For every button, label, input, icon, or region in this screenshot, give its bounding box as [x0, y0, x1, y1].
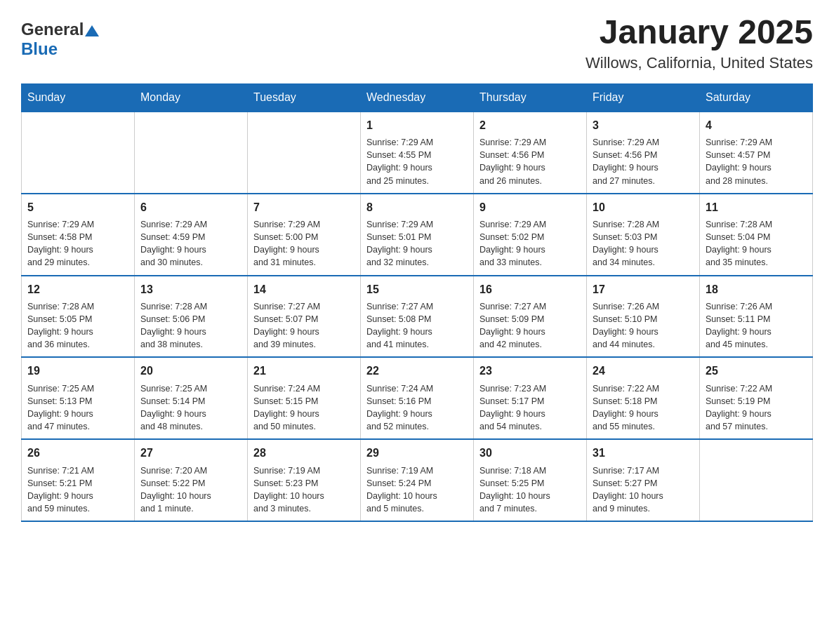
day-info: Sunrise: 7:20 AM Sunset: 5:22 PM Dayligh… [140, 464, 241, 516]
day-number: 3 [593, 118, 694, 133]
day-number: 25 [706, 363, 807, 379]
day-number: 7 [253, 200, 355, 215]
calendar-week-5: 26Sunrise: 7:21 AM Sunset: 5:21 PM Dayli… [22, 439, 813, 521]
calendar-cell: 1Sunrise: 7:29 AM Sunset: 4:55 PM Daylig… [361, 112, 474, 194]
calendar-week-4: 19Sunrise: 7:25 AM Sunset: 5:13 PM Dayli… [22, 357, 813, 439]
calendar-cell: 2Sunrise: 7:29 AM Sunset: 4:56 PM Daylig… [474, 112, 587, 194]
day-info: Sunrise: 7:29 AM Sunset: 5:01 PM Dayligh… [366, 218, 468, 269]
day-info: Sunrise: 7:29 AM Sunset: 5:00 PM Dayligh… [253, 218, 355, 269]
day-number: 11 [706, 200, 807, 215]
calendar-cell: 24Sunrise: 7:22 AM Sunset: 5:18 PM Dayli… [587, 357, 700, 439]
calendar-week-2: 5Sunrise: 7:29 AM Sunset: 4:58 PM Daylig… [22, 194, 813, 276]
calendar-week-1: 1Sunrise: 7:29 AM Sunset: 4:55 PM Daylig… [22, 112, 813, 194]
calendar-cell: 13Sunrise: 7:28 AM Sunset: 5:06 PM Dayli… [135, 276, 248, 358]
calendar-cell: 30Sunrise: 7:18 AM Sunset: 5:25 PM Dayli… [474, 439, 587, 521]
day-info: Sunrise: 7:23 AM Sunset: 5:17 PM Dayligh… [479, 382, 581, 434]
calendar-cell: 14Sunrise: 7:27 AM Sunset: 5:07 PM Dayli… [248, 276, 361, 358]
calendar-cell: 19Sunrise: 7:25 AM Sunset: 5:13 PM Dayli… [22, 357, 135, 439]
calendar-cell: 25Sunrise: 7:22 AM Sunset: 5:19 PM Dayli… [700, 357, 813, 439]
day-info: Sunrise: 7:27 AM Sunset: 5:08 PM Dayligh… [366, 300, 468, 351]
calendar-header-thursday: Thursday [474, 83, 587, 112]
day-info: Sunrise: 7:25 AM Sunset: 5:14 PM Dayligh… [140, 382, 241, 434]
day-info: Sunrise: 7:29 AM Sunset: 4:56 PM Dayligh… [593, 136, 694, 187]
calendar-header-sunday: Sunday [22, 83, 135, 112]
day-number: 10 [593, 200, 694, 215]
day-number: 31 [593, 445, 694, 461]
day-number: 27 [140, 445, 241, 461]
day-number: 12 [27, 282, 128, 297]
calendar-title: January 2025 [585, 14, 813, 51]
day-number: 4 [706, 118, 807, 133]
logo-triangle-icon [85, 25, 99, 36]
day-number: 14 [253, 282, 355, 297]
calendar-cell: 12Sunrise: 7:28 AM Sunset: 5:05 PM Dayli… [22, 276, 135, 358]
calendar-cell: 7Sunrise: 7:29 AM Sunset: 5:00 PM Daylig… [248, 194, 361, 276]
calendar-header-friday: Friday [587, 83, 700, 112]
calendar-cell: 17Sunrise: 7:26 AM Sunset: 5:10 PM Dayli… [587, 276, 700, 358]
calendar-cell: 11Sunrise: 7:28 AM Sunset: 5:04 PM Dayli… [700, 194, 813, 276]
day-number: 24 [593, 363, 694, 379]
day-info: Sunrise: 7:19 AM Sunset: 5:24 PM Dayligh… [366, 464, 468, 516]
day-info: Sunrise: 7:29 AM Sunset: 4:57 PM Dayligh… [706, 136, 807, 187]
day-number: 15 [366, 282, 468, 297]
calendar-cell: 21Sunrise: 7:24 AM Sunset: 5:15 PM Dayli… [248, 357, 361, 439]
logo-general-text: General Blue [21, 20, 100, 59]
day-info: Sunrise: 7:28 AM Sunset: 5:05 PM Dayligh… [27, 300, 128, 351]
day-number: 1 [366, 118, 468, 133]
day-number: 26 [27, 445, 128, 461]
day-info: Sunrise: 7:26 AM Sunset: 5:11 PM Dayligh… [706, 300, 807, 351]
day-info: Sunrise: 7:27 AM Sunset: 5:09 PM Dayligh… [479, 300, 581, 351]
day-number: 9 [479, 200, 581, 215]
calendar-cell [700, 439, 813, 521]
day-number: 2 [479, 118, 581, 133]
calendar-cell: 26Sunrise: 7:21 AM Sunset: 5:21 PM Dayli… [22, 439, 135, 521]
calendar-header-tuesday: Tuesday [248, 83, 361, 112]
day-number: 29 [366, 445, 468, 461]
calendar-header-row: SundayMondayTuesdayWednesdayThursdayFrid… [22, 83, 813, 112]
day-info: Sunrise: 7:22 AM Sunset: 5:19 PM Dayligh… [706, 382, 807, 434]
calendar-cell: 27Sunrise: 7:20 AM Sunset: 5:22 PM Dayli… [135, 439, 248, 521]
day-info: Sunrise: 7:17 AM Sunset: 5:27 PM Dayligh… [593, 464, 694, 516]
day-info: Sunrise: 7:29 AM Sunset: 4:55 PM Dayligh… [366, 136, 468, 187]
day-info: Sunrise: 7:29 AM Sunset: 4:59 PM Dayligh… [140, 218, 241, 269]
day-number: 17 [593, 282, 694, 297]
day-number: 13 [140, 282, 241, 297]
day-number: 30 [479, 445, 581, 461]
calendar-cell: 9Sunrise: 7:29 AM Sunset: 5:02 PM Daylig… [474, 194, 587, 276]
calendar-header-saturday: Saturday [700, 83, 813, 112]
logo-text-blue: Blue [21, 39, 58, 58]
day-info: Sunrise: 7:27 AM Sunset: 5:07 PM Dayligh… [253, 300, 355, 351]
day-number: 19 [27, 363, 128, 379]
day-info: Sunrise: 7:26 AM Sunset: 5:10 PM Dayligh… [593, 300, 694, 351]
calendar-header-wednesday: Wednesday [361, 83, 474, 112]
day-number: 23 [479, 363, 581, 379]
day-info: Sunrise: 7:28 AM Sunset: 5:06 PM Dayligh… [140, 300, 241, 351]
calendar-header-monday: Monday [135, 83, 248, 112]
calendar-week-3: 12Sunrise: 7:28 AM Sunset: 5:05 PM Dayli… [22, 276, 813, 358]
page-header: General Blue January 2025 Willows, Calif… [21, 14, 813, 72]
day-info: Sunrise: 7:21 AM Sunset: 5:21 PM Dayligh… [27, 464, 128, 516]
day-info: Sunrise: 7:24 AM Sunset: 5:15 PM Dayligh… [253, 382, 355, 434]
calendar-cell: 6Sunrise: 7:29 AM Sunset: 4:59 PM Daylig… [135, 194, 248, 276]
calendar-cell: 28Sunrise: 7:19 AM Sunset: 5:23 PM Dayli… [248, 439, 361, 521]
calendar-title-block: January 2025 Willows, California, United… [585, 14, 813, 72]
day-info: Sunrise: 7:29 AM Sunset: 4:56 PM Dayligh… [479, 136, 581, 187]
logo: General Blue [21, 20, 100, 59]
day-info: Sunrise: 7:29 AM Sunset: 4:58 PM Dayligh… [27, 218, 128, 269]
day-number: 22 [366, 363, 468, 379]
day-info: Sunrise: 7:29 AM Sunset: 5:02 PM Dayligh… [479, 218, 581, 269]
calendar-cell: 31Sunrise: 7:17 AM Sunset: 5:27 PM Dayli… [587, 439, 700, 521]
day-info: Sunrise: 7:24 AM Sunset: 5:16 PM Dayligh… [366, 382, 468, 434]
day-number: 5 [27, 200, 128, 215]
day-number: 20 [140, 363, 241, 379]
calendar-cell: 18Sunrise: 7:26 AM Sunset: 5:11 PM Dayli… [700, 276, 813, 358]
day-number: 21 [253, 363, 355, 379]
calendar-cell [22, 112, 135, 194]
day-number: 16 [479, 282, 581, 297]
day-info: Sunrise: 7:25 AM Sunset: 5:13 PM Dayligh… [27, 382, 128, 434]
day-info: Sunrise: 7:28 AM Sunset: 5:03 PM Dayligh… [593, 218, 694, 269]
day-info: Sunrise: 7:19 AM Sunset: 5:23 PM Dayligh… [253, 464, 355, 516]
calendar-cell: 4Sunrise: 7:29 AM Sunset: 4:57 PM Daylig… [700, 112, 813, 194]
calendar-cell: 20Sunrise: 7:25 AM Sunset: 5:14 PM Dayli… [135, 357, 248, 439]
day-number: 8 [366, 200, 468, 215]
